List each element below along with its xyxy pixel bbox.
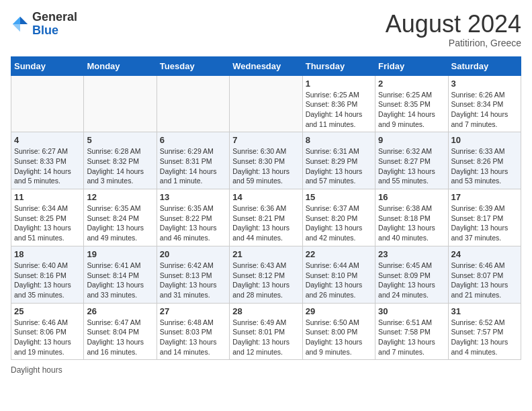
day-info: Sunrise: 6:28 AM Sunset: 8:32 PM Dayligh…	[87, 146, 153, 186]
day-info: Sunrise: 6:46 AM Sunset: 8:06 PM Dayligh…	[14, 318, 81, 357]
logo: General Blue	[11, 11, 77, 38]
calendar-cell: 3Sunrise: 6:26 AM Sunset: 8:34 PM Daylig…	[448, 75, 521, 132]
day-info: Sunrise: 6:27 AM Sunset: 8:33 PM Dayligh…	[14, 146, 81, 186]
day-info: Sunrise: 6:35 AM Sunset: 8:24 PM Dayligh…	[87, 203, 153, 243]
day-number: 2	[378, 79, 445, 89]
calendar-cell: 9Sunrise: 6:32 AM Sunset: 8:27 PM Daylig…	[375, 132, 448, 189]
day-number: 7	[232, 135, 299, 145]
calendar-cell: 15Sunrise: 6:37 AM Sunset: 8:20 PM Dayli…	[302, 189, 375, 246]
day-number: 1	[306, 79, 372, 89]
day-number: 27	[160, 306, 226, 316]
calendar-cell: 24Sunrise: 6:46 AM Sunset: 8:07 PM Dayli…	[448, 246, 521, 303]
day-number: 28	[232, 306, 299, 316]
calendar-cell: 18Sunrise: 6:40 AM Sunset: 8:16 PM Dayli…	[11, 246, 84, 303]
day-info: Sunrise: 6:41 AM Sunset: 8:14 PM Dayligh…	[87, 261, 153, 300]
day-number: 29	[306, 306, 372, 316]
calendar-cell	[157, 75, 229, 132]
day-info: Sunrise: 6:37 AM Sunset: 8:20 PM Dayligh…	[306, 203, 372, 243]
calendar-cell: 28Sunrise: 6:49 AM Sunset: 8:01 PM Dayli…	[230, 303, 302, 360]
day-number: 24	[451, 249, 518, 259]
day-number: 6	[160, 135, 226, 145]
day-info: Sunrise: 6:47 AM Sunset: 8:04 PM Dayligh…	[87, 318, 153, 357]
day-number: 17	[451, 192, 518, 202]
day-number: 19	[87, 249, 153, 259]
calendar-cell: 25Sunrise: 6:46 AM Sunset: 8:06 PM Dayli…	[11, 303, 84, 360]
day-info: Sunrise: 6:39 AM Sunset: 8:17 PM Dayligh…	[451, 203, 518, 243]
calendar-cell: 1Sunrise: 6:25 AM Sunset: 8:36 PM Daylig…	[302, 75, 375, 132]
svg-marker-2	[13, 24, 20, 32]
calendar-cell: 5Sunrise: 6:28 AM Sunset: 8:32 PM Daylig…	[84, 132, 157, 189]
calendar-cell: 2Sunrise: 6:25 AM Sunset: 8:35 PM Daylig…	[375, 75, 448, 132]
calendar-day-header: Thursday	[302, 56, 375, 75]
footer-label: Daylight hours	[11, 365, 62, 375]
day-number: 16	[378, 192, 445, 202]
calendar-cell: 27Sunrise: 6:48 AM Sunset: 8:03 PM Dayli…	[157, 303, 229, 360]
logo-blue: Blue	[32, 24, 58, 37]
day-info: Sunrise: 6:46 AM Sunset: 8:07 PM Dayligh…	[451, 261, 518, 300]
day-info: Sunrise: 6:45 AM Sunset: 8:09 PM Dayligh…	[378, 261, 445, 300]
calendar-cell: 29Sunrise: 6:50 AM Sunset: 8:00 PM Dayli…	[302, 303, 375, 360]
calendar-cell	[84, 75, 157, 132]
calendar-cell: 6Sunrise: 6:29 AM Sunset: 8:31 PM Daylig…	[157, 132, 229, 189]
calendar-cell: 13Sunrise: 6:35 AM Sunset: 8:22 PM Dayli…	[157, 189, 229, 246]
day-number: 22	[306, 249, 372, 259]
day-number: 20	[160, 249, 226, 259]
day-number: 13	[160, 192, 226, 202]
day-info: Sunrise: 6:51 AM Sunset: 7:58 PM Dayligh…	[378, 318, 445, 357]
calendar-week-row: 11Sunrise: 6:34 AM Sunset: 8:25 PM Dayli…	[11, 189, 521, 246]
day-number: 12	[87, 192, 153, 202]
calendar-cell: 8Sunrise: 6:31 AM Sunset: 8:29 PM Daylig…	[302, 132, 375, 189]
calendar-day-header: Saturday	[448, 56, 521, 75]
day-number: 8	[306, 135, 372, 145]
day-info: Sunrise: 6:34 AM Sunset: 8:25 PM Dayligh…	[14, 203, 81, 243]
day-number: 30	[378, 306, 445, 316]
calendar-day-header: Friday	[375, 56, 448, 75]
day-info: Sunrise: 6:42 AM Sunset: 8:13 PM Dayligh…	[160, 261, 226, 300]
day-info: Sunrise: 6:31 AM Sunset: 8:29 PM Dayligh…	[306, 146, 372, 186]
day-info: Sunrise: 6:52 AM Sunset: 7:57 PM Dayligh…	[451, 318, 518, 357]
day-number: 11	[14, 192, 81, 202]
day-info: Sunrise: 6:30 AM Sunset: 8:30 PM Dayligh…	[232, 146, 299, 186]
calendar-cell	[11, 75, 84, 132]
calendar-day-header: Sunday	[11, 56, 84, 75]
day-info: Sunrise: 6:32 AM Sunset: 8:27 PM Dayligh…	[378, 146, 445, 186]
day-number: 21	[232, 249, 299, 259]
page-header: General Blue August 2024 Patitirion, Gre…	[11, 11, 521, 48]
day-number: 23	[378, 249, 445, 259]
location: Patitirion, Greece	[386, 38, 521, 48]
calendar-header-row: SundayMondayTuesdayWednesdayThursdayFrid…	[11, 56, 521, 75]
calendar-cell: 30Sunrise: 6:51 AM Sunset: 7:58 PM Dayli…	[375, 303, 448, 360]
calendar-cell: 31Sunrise: 6:52 AM Sunset: 7:57 PM Dayli…	[448, 303, 521, 360]
day-info: Sunrise: 6:33 AM Sunset: 8:26 PM Dayligh…	[451, 146, 518, 186]
day-number: 9	[378, 135, 445, 145]
day-info: Sunrise: 6:40 AM Sunset: 8:16 PM Dayligh…	[14, 261, 81, 300]
calendar-cell: 20Sunrise: 6:42 AM Sunset: 8:13 PM Dayli…	[157, 246, 229, 303]
calendar-week-row: 4Sunrise: 6:27 AM Sunset: 8:33 PM Daylig…	[11, 132, 521, 189]
day-info: Sunrise: 6:25 AM Sunset: 8:36 PM Dayligh…	[306, 90, 372, 130]
day-number: 10	[451, 135, 518, 145]
day-number: 18	[14, 249, 81, 259]
calendar-cell: 10Sunrise: 6:33 AM Sunset: 8:26 PM Dayli…	[448, 132, 521, 189]
calendar-day-header: Wednesday	[230, 56, 302, 75]
day-info: Sunrise: 6:29 AM Sunset: 8:31 PM Dayligh…	[160, 146, 226, 186]
svg-marker-1	[13, 17, 20, 24]
calendar-week-row: 25Sunrise: 6:46 AM Sunset: 8:06 PM Dayli…	[11, 303, 521, 360]
calendar-cell: 14Sunrise: 6:36 AM Sunset: 8:21 PM Dayli…	[230, 189, 302, 246]
title-block: August 2024 Patitirion, Greece	[386, 11, 521, 48]
svg-marker-0	[20, 17, 28, 24]
day-number: 15	[306, 192, 372, 202]
day-info: Sunrise: 6:48 AM Sunset: 8:03 PM Dayligh…	[160, 318, 226, 357]
day-info: Sunrise: 6:36 AM Sunset: 8:21 PM Dayligh…	[232, 203, 299, 243]
calendar-day-header: Tuesday	[157, 56, 229, 75]
logo-general: General	[32, 10, 77, 24]
day-info: Sunrise: 6:49 AM Sunset: 8:01 PM Dayligh…	[232, 318, 299, 357]
day-info: Sunrise: 6:43 AM Sunset: 8:12 PM Dayligh…	[232, 261, 299, 300]
calendar-cell: 23Sunrise: 6:45 AM Sunset: 8:09 PM Dayli…	[375, 246, 448, 303]
calendar-cell	[230, 75, 302, 132]
calendar-table: SundayMondayTuesdayWednesdayThursdayFrid…	[11, 56, 521, 361]
footer: Daylight hours	[11, 365, 521, 375]
month-year: August 2024	[386, 11, 521, 38]
calendar-cell: 16Sunrise: 6:38 AM Sunset: 8:18 PM Dayli…	[375, 189, 448, 246]
calendar-cell: 12Sunrise: 6:35 AM Sunset: 8:24 PM Dayli…	[84, 189, 157, 246]
day-number: 14	[232, 192, 299, 202]
